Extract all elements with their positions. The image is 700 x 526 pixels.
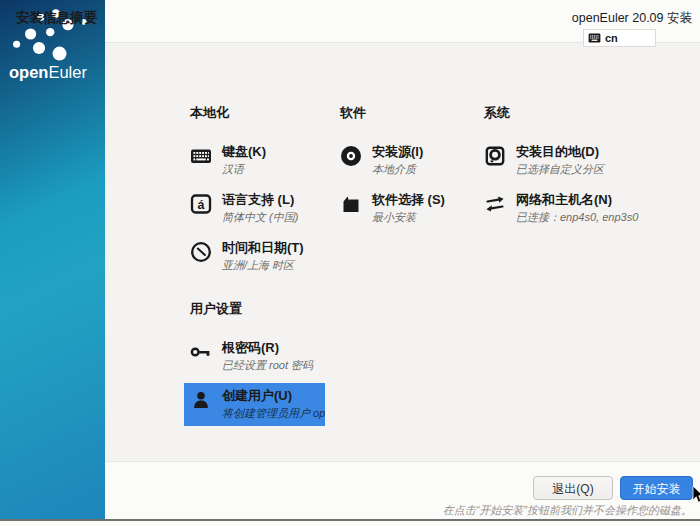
spoke-status: 简体中文 (中国) bbox=[222, 210, 298, 224]
window-bottom-strip bbox=[0, 521, 700, 526]
spoke-time-date[interactable]: 时间和日期(T) 亚洲/上海 时区 bbox=[184, 235, 338, 278]
spoke-installation-source[interactable]: 安装源(I) 本地介质 bbox=[334, 139, 482, 182]
clock-icon bbox=[190, 241, 212, 263]
spoke-keyboard[interactable]: 键盘(K) 汉语 bbox=[184, 139, 338, 182]
network-icon bbox=[484, 193, 506, 215]
distro-title: openEuler 20.09 安装 bbox=[572, 10, 692, 27]
spoke-status: 最小安装 bbox=[372, 210, 445, 224]
sidebar: openEuler bbox=[0, 0, 105, 519]
disk-warning-hint: 在点击“开始安装”按钮前我们并不会操作您的磁盘。 bbox=[443, 503, 692, 518]
spoke-status: 已选择自定义分区 bbox=[516, 162, 604, 176]
spoke-title: 语言支持 (L) bbox=[222, 192, 298, 208]
spoke-user-creation[interactable]: 创建用户(U) 将创建管理员用户 openeuler bbox=[184, 383, 325, 426]
svg-text:á: á bbox=[198, 198, 205, 212]
spoke-status: 已连接：enp4s0, enp3s0 bbox=[516, 210, 638, 224]
spoke-title: 安装目的地(D) bbox=[516, 144, 604, 160]
section-system: 系统 安装目的地(D) 已选择自定义分区 bbox=[484, 104, 696, 235]
spoke-status: 汉语 bbox=[222, 162, 266, 176]
section-title: 系统 bbox=[484, 104, 696, 122]
begin-installation-button[interactable]: 开始安装(B) bbox=[620, 476, 693, 500]
language-icon: á bbox=[190, 193, 212, 215]
spoke-title: 键盘(K) bbox=[222, 144, 266, 160]
spoke-status: 本地介质 bbox=[372, 162, 423, 176]
keyboard-layout-indicator[interactable]: cn bbox=[583, 29, 656, 47]
spoke-installation-destination[interactable]: 安装目的地(D) 已选择自定义分区 bbox=[478, 139, 696, 182]
keyboard-layout-icon bbox=[588, 33, 601, 43]
brand-text: openEuler bbox=[0, 63, 105, 82]
page-title: 安装信息摘要 bbox=[16, 9, 97, 27]
spoke-root-password[interactable]: 根密码(R) 已经设置 root 密码 bbox=[184, 335, 420, 378]
spoke-status: 亚洲/上海 时区 bbox=[222, 258, 304, 272]
section-title: 软件 bbox=[340, 104, 482, 122]
user-icon bbox=[190, 389, 212, 411]
spoke-title: 安装源(I) bbox=[372, 144, 423, 160]
section-title: 用户设置 bbox=[190, 300, 420, 318]
key-icon bbox=[190, 341, 212, 363]
spoke-title: 创建用户(U) bbox=[222, 388, 325, 404]
disc-icon bbox=[340, 145, 362, 167]
spoke-title: 软件选择 (S) bbox=[372, 192, 445, 208]
installer-window: openEuler 安装信息摘要 openEuler 20.09 安装 cn 本… bbox=[0, 0, 700, 526]
spoke-title: 时间和日期(T) bbox=[222, 240, 304, 256]
spoke-title: 根密码(R) bbox=[222, 340, 313, 356]
section-localization: 本地化 键盘(K) 汉语 á bbox=[190, 104, 338, 283]
spoke-language-support[interactable]: á 语言支持 (L) 简体中文 (中国) bbox=[184, 187, 338, 230]
section-user-settings: 用户设置 根密码(R) 已经设置 root 密码 创建用户(U) bbox=[190, 300, 420, 431]
quit-button[interactable]: 退出(Q) bbox=[533, 476, 613, 500]
spoke-network-hostname[interactable]: 网络和主机名(N) 已连接：enp4s0, enp3s0 bbox=[478, 187, 696, 230]
spoke-status: 已经设置 root 密码 bbox=[222, 358, 313, 372]
package-icon bbox=[340, 193, 362, 215]
spoke-software-selection[interactable]: 软件选择 (S) 最小安装 bbox=[334, 187, 482, 230]
mouse-cursor bbox=[692, 486, 700, 508]
spoke-status: 将创建管理员用户 openeuler bbox=[222, 406, 325, 420]
disk-icon bbox=[484, 145, 506, 167]
keyboard-layout-label: cn bbox=[605, 32, 618, 44]
section-software: 软件 安装源(I) 本地介质 软件选择 (S) bbox=[340, 104, 482, 235]
keyboard-icon bbox=[190, 145, 212, 167]
section-title: 本地化 bbox=[190, 104, 338, 122]
spoke-title: 网络和主机名(N) bbox=[516, 192, 638, 208]
